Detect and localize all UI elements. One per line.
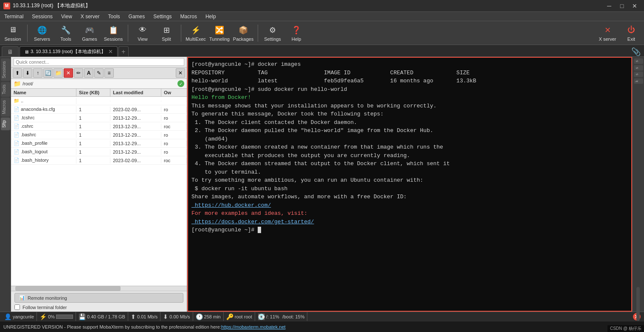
sftp-upload-btn[interactable]: ⬆	[13, 68, 22, 78]
sftp-edit-pencil-btn[interactable]: ✎	[94, 68, 104, 78]
toolbar-btn-tools[interactable]: 🔧Tools	[55, 23, 77, 44]
terminal-panel[interactable]: [root@yangcunle ~]# docker imagesREPOSIT…	[187, 57, 632, 312]
toolbar-btn-packages[interactable]: 📦Packages	[232, 23, 254, 44]
sftp-close-btn[interactable]: ✕	[176, 68, 185, 78]
menu-item-terminal[interactable]: Terminal	[0, 12, 28, 21]
terminal-line: Hello from Docker!	[191, 93, 628, 102]
sidebar-item-sftp[interactable]: Sftp	[1, 118, 10, 130]
file-row[interactable]: 📄anaconda-ks.cfg 1 2023-02-09... ro	[11, 105, 187, 114]
file-owner-1: ro	[161, 107, 187, 113]
toolbar-icon-9: 📦	[238, 25, 249, 36]
quick-connect-input[interactable]	[14, 58, 184, 66]
sftp-refresh-btn[interactable]: 🔄	[43, 68, 53, 78]
menu-item-macros[interactable]: Macros	[176, 12, 201, 21]
file-date-0	[110, 101, 161, 101]
toolbar-icon-7: ⚡	[190, 25, 201, 36]
menu-item-games[interactable]: Games	[124, 12, 149, 21]
sidebar-item-macros[interactable]: Macros	[1, 98, 10, 117]
file-icon-7: 📄	[14, 158, 20, 163]
sftp-text-btn[interactable]: A	[84, 68, 93, 78]
link-text[interactable]: https://hub.docker.com/	[191, 202, 271, 208]
new-tab-button[interactable]: +	[118, 46, 129, 56]
minimize-button[interactable]: ─	[603, 1, 615, 11]
sftp-parent-btn[interactable]: ↑	[33, 68, 42, 78]
file-row[interactable]: 📄.cshrc 1 2013-12-29... roc	[11, 122, 187, 131]
toolbar-btn-help[interactable]: ❓Help	[285, 23, 307, 44]
toolbar-btn-xserver[interactable]: ✕X server	[596, 23, 619, 44]
toolbar-label-11: Help	[292, 37, 301, 42]
titlebar: M 10.33.1.139 (root) 【本地虚拟机】 ─ □ ✕	[0, 0, 644, 12]
file-date-7: 2023-02-09...	[110, 158, 161, 163]
sftp-rename-btn[interactable]: ✏	[74, 68, 83, 78]
sidebar-item-tools[interactable]: Tools	[1, 82, 10, 97]
toolbar-btn-view[interactable]: 👁View	[132, 23, 154, 44]
follow-terminal-checkbox[interactable]	[14, 304, 20, 310]
file-size-5: 1	[76, 141, 110, 146]
toolbar-btn-split[interactable]: ⊞Split	[155, 23, 177, 44]
right-tab-2[interactable]: s	[634, 65, 643, 71]
file-row[interactable]: 📄.bash_history 1 2023-02-09... roc	[11, 156, 187, 165]
close-button[interactable]: ✕	[629, 1, 641, 11]
status-time-value: 258 min	[204, 314, 221, 319]
sftp-bottom-panel: 📊 Remote monitoring Follow terminal fold…	[11, 291, 187, 312]
toolbar-btn-session[interactable]: 🖥Session	[2, 23, 24, 44]
clock-icon: 🕐	[196, 313, 203, 320]
file-row[interactable]: 📁..	[11, 97, 187, 105]
table-header-text: REPOSITORY TAG IMAGE ID CREATED SIZE	[191, 70, 470, 76]
maximize-button[interactable]: □	[616, 1, 628, 11]
paperclip-icon: 📎	[631, 47, 641, 56]
status-time: 🕐 258 min	[193, 312, 224, 321]
cpu-icon: ⚡	[39, 313, 47, 320]
link-text[interactable]: https://docs.docker.com/get-started/	[191, 219, 314, 225]
toolbar-label-8: Tunneling	[209, 37, 230, 42]
file-date-6: 2013-12-29...	[110, 149, 161, 155]
terminal-tab[interactable]: 🖥 3. 10.33.1.139 (root)【本地虚拟机】 ✕	[20, 46, 118, 56]
toolbar-label-1: Servers	[34, 37, 50, 42]
menu-item-x server[interactable]: X server	[76, 12, 104, 21]
file-row[interactable]: 📄.tcshrc 1 2013-12-29... ro	[11, 114, 187, 122]
window-controls: ─ □ ✕	[603, 1, 641, 11]
mobatek-link[interactable]: https://mobaxterm.mobatek.net	[221, 324, 286, 329]
status-user-host: 🔑 root root	[224, 312, 255, 321]
file-rows-container: 📁.. 📄anaconda-ks.cfg 1 2023-02-09... ro …	[11, 97, 187, 165]
toolbar-icon-8: 🔀	[214, 25, 225, 36]
file-row[interactable]: 📄.bash_logout 1 2013-12-29... ro	[11, 148, 187, 156]
file-size-4: 1	[76, 132, 110, 138]
toolbar-btn-multiexec[interactable]: ⚡MultiExec	[185, 23, 207, 44]
toolbar-btn-settings[interactable]: ⚙Settings	[262, 23, 284, 44]
menu-item-settings[interactable]: Settings	[149, 12, 176, 21]
toolbar-btn-tunneling[interactable]: 🔀Tunneling	[208, 23, 231, 44]
toolbar-btn-servers[interactable]: 🌐Servers	[31, 23, 53, 44]
sftp-download-btn[interactable]: ⬇	[23, 68, 32, 78]
toolbar-btn-sessions[interactable]: 📋Sessions	[102, 23, 124, 44]
menu-item-help[interactable]: Help	[201, 12, 220, 21]
toolbar-label-5: View	[138, 37, 148, 42]
menu-item-view[interactable]: View	[57, 12, 76, 21]
sessions-icon-tab[interactable]: 🖥	[2, 46, 19, 56]
sftp-delete-btn[interactable]: ✕	[64, 68, 73, 78]
sftp-new-folder-btn[interactable]: 📁	[53, 68, 63, 78]
sidebar-item-sessions[interactable]: Sessions	[1, 59, 10, 81]
toolbar-btn-exit[interactable]: ⏻Exit	[620, 23, 642, 44]
right-tab-1[interactable]: s	[634, 59, 643, 64]
right-scrollbar[interactable]	[636, 287, 640, 321]
file-name-6: 📄.bash_logout	[11, 149, 76, 155]
toolbar-btn-games[interactable]: 🎮Games	[79, 23, 101, 44]
toolbar-label-7: MultiExec	[186, 37, 206, 42]
file-row[interactable]: 📄.bashrc 1 2013-12-29... ro	[11, 131, 187, 139]
toolbar-icon-6: ⊞	[161, 25, 172, 36]
app-icon: M	[3, 3, 10, 9]
right-tab-4[interactable]: k	[634, 79, 643, 84]
sftp-more-btn[interactable]: ≡	[104, 68, 114, 78]
file-scrollbar-x[interactable]	[11, 286, 187, 291]
file-row[interactable]: 📄.bash_profile 1 2013-12-29... ro	[11, 139, 187, 148]
terminal-line: For more examples and ideas, visit:	[191, 209, 628, 218]
download-icon: ⬇	[163, 313, 168, 320]
remote-monitor-button[interactable]: 📊 Remote monitoring	[14, 293, 183, 303]
menu-item-sessions[interactable]: Sessions	[28, 12, 57, 21]
right-tab-3[interactable]: s	[634, 72, 643, 77]
toolbar-sep-6	[181, 25, 181, 42]
terminal-line: 4. The Docker daemon streamed that outpu…	[191, 160, 628, 168]
tab-close-icon[interactable]: ✕	[108, 48, 113, 55]
menu-item-tools[interactable]: Tools	[104, 12, 124, 21]
